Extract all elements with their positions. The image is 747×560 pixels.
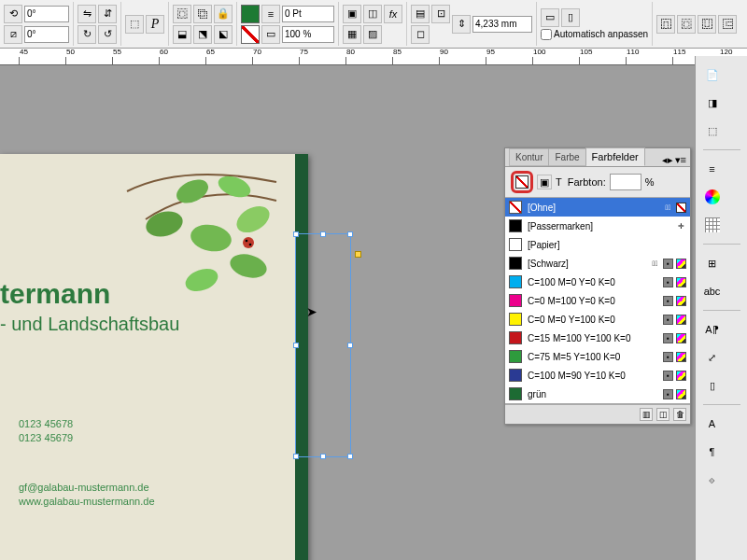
tab-farbfelder[interactable]: Farbfelder: [585, 147, 645, 166]
document-page[interactable]: termann - und Landschaftsbau 0123 45678 …: [0, 154, 308, 560]
swatch-label: [Schwarz]: [528, 259, 644, 269]
panel-collapse-icon[interactable]: ◂▸: [662, 154, 673, 166]
ungroup-icon[interactable]: ⿻: [193, 5, 212, 23]
fill-frame-icon[interactable]: ⿷: [718, 15, 737, 34]
dock-icon: ▯: [705, 378, 720, 393]
swatch-label: C=0 M=0 Y=100 K=0: [528, 315, 657, 325]
new-swatch-icon[interactable]: ◫: [656, 408, 669, 421]
container-formatting-icon[interactable]: ▣: [537, 175, 552, 189]
center-icon[interactable]: ⿶: [698, 15, 716, 34]
swatch-row[interactable]: grün▪: [505, 385, 690, 403]
dock-item[interactable]: ▯: [700, 374, 743, 397]
opacity-icon[interactable]: ▦: [343, 25, 361, 44]
zoom-icon: ▭: [261, 25, 280, 44]
select-container-icon[interactable]: ⬚: [125, 15, 144, 34]
swatch-row[interactable]: C=75 M=5 Y=100 K=0▪: [505, 347, 690, 366]
rotation-input[interactable]: [24, 6, 69, 22]
dock-item[interactable]: 📄: [700, 63, 743, 86]
fx-icon[interactable]: fx: [384, 5, 402, 23]
swatch-color-box: [509, 331, 522, 344]
stroke-swatch[interactable]: [241, 25, 260, 44]
drop-shadow-icon[interactable]: ◫: [363, 5, 382, 23]
tab-farbe[interactable]: Farbe: [548, 148, 585, 166]
dock-item[interactable]: [700, 186, 743, 208]
lock-icon[interactable]: 🔒: [214, 5, 233, 23]
swatch-list[interactable]: [Ohne]✎⃠[Passermarken]✛[Papier][Schwarz]…: [505, 197, 690, 404]
stroke-weight-input[interactable]: [282, 6, 334, 22]
registration-icon: ✛: [676, 221, 686, 231]
dock-item[interactable]: ⟐: [700, 469, 743, 491]
corner-icon[interactable]: ◻: [411, 25, 430, 44]
textwrap-icon[interactable]: ▤: [411, 5, 430, 23]
panel-menu-icon[interactable]: ▾≡: [675, 154, 686, 166]
dock-item[interactable]: ⊞: [700, 252, 743, 274]
cmyk-icon: [676, 389, 686, 399]
dock-item[interactable]: ¶: [700, 441, 743, 463]
dock-item[interactable]: ⬚: [700, 119, 743, 142]
dock-item[interactable]: ◨: [700, 91, 743, 114]
process-icon: ▪: [663, 333, 673, 343]
link-icon[interactable]: ⇕: [452, 15, 471, 34]
swatch-row[interactable]: [Ohne]✎⃠: [505, 198, 690, 217]
dock-item[interactable]: [700, 214, 743, 236]
selection-frame[interactable]: [295, 233, 351, 457]
swatch-row[interactable]: C=0 M=0 Y=100 K=0▪: [505, 310, 690, 329]
icon-a[interactable]: ⬓: [173, 25, 191, 44]
swatch-color-box: [509, 257, 522, 270]
process-icon: ▪: [663, 315, 673, 325]
frame-fit-2-icon[interactable]: ▯: [561, 8, 580, 27]
shear-input[interactable]: [24, 26, 69, 43]
autofit-checkbox[interactable]: [541, 29, 552, 40]
dock-item[interactable]: ⤢: [700, 346, 743, 369]
transparency-icon[interactable]: ▨: [363, 25, 382, 44]
group-icon[interactable]: ⿴: [173, 5, 191, 23]
text-formatting-icon[interactable]: T: [556, 176, 562, 188]
fill-swatch[interactable]: [241, 5, 260, 23]
crop-icon[interactable]: ⊡: [431, 5, 450, 23]
svg-point-8: [246, 240, 248, 243]
dock-item[interactable]: ≡: [700, 158, 743, 180]
size-input[interactable]: [472, 16, 532, 33]
effects-icon[interactable]: ▣: [343, 5, 361, 23]
tab-kontur[interactable]: Kontur: [509, 148, 549, 166]
zoom-input[interactable]: [282, 26, 334, 43]
web-block: gf@galabau-mustermann.de www.galabau-mus…: [19, 481, 155, 510]
delete-swatch-icon[interactable]: 🗑: [673, 408, 686, 421]
frame-fit-1-icon[interactable]: ▭: [541, 8, 559, 27]
dock-item[interactable]: A⁋: [700, 318, 743, 341]
icon-c[interactable]: ⬕: [214, 25, 233, 44]
dock-item[interactable]: A: [700, 413, 743, 435]
fit-content-icon[interactable]: ⿵: [656, 15, 675, 34]
svg-point-3: [189, 221, 233, 254]
tint-input[interactable]: [610, 174, 641, 190]
swatch-row[interactable]: C=100 M=0 Y=0 K=0▪: [505, 273, 690, 291]
dock-icon: abc: [705, 284, 720, 299]
flip-v-icon[interactable]: ⇵: [98, 5, 117, 23]
swatch-row[interactable]: [Schwarz]✎⃠▪: [505, 254, 690, 273]
dock-item[interactable]: abc: [700, 280, 743, 302]
cmyk-icon: [676, 277, 686, 287]
fit-frame-icon[interactable]: ⿴: [677, 15, 696, 34]
new-swatch-folder-icon[interactable]: ▥: [640, 408, 653, 421]
cmyk-icon: [676, 259, 686, 269]
company-name: termann: [0, 278, 179, 310]
swatch-row[interactable]: C=100 M=90 Y=10 K=0▪: [505, 366, 690, 385]
rotate-ccw-icon[interactable]: ↺: [98, 25, 117, 44]
fill-stroke-indicator[interactable]: [511, 171, 533, 193]
svg-point-4: [233, 201, 275, 238]
process-icon: ▪: [663, 371, 673, 381]
p-icon[interactable]: P: [146, 15, 164, 34]
tint-unit: %: [645, 176, 655, 188]
swatch-row[interactable]: [Papier]: [505, 235, 690, 254]
swatch-row[interactable]: [Passermarken]✛: [505, 217, 690, 235]
icon-b[interactable]: ⬔: [193, 25, 212, 44]
company-tagline: - und Landschaftsbau: [0, 314, 179, 335]
dock-icon: ⟐: [705, 472, 720, 487]
rotate-cw-icon[interactable]: ↻: [78, 25, 96, 44]
flip-h-icon[interactable]: ⇋: [78, 5, 96, 23]
svg-point-9: [249, 244, 252, 246]
swatch-color-box: [509, 387, 522, 400]
process-icon: ▪: [663, 389, 673, 399]
swatch-row[interactable]: C=0 M=100 Y=0 K=0▪: [505, 291, 690, 310]
swatch-row[interactable]: C=15 M=100 Y=100 K=0▪: [505, 329, 690, 347]
